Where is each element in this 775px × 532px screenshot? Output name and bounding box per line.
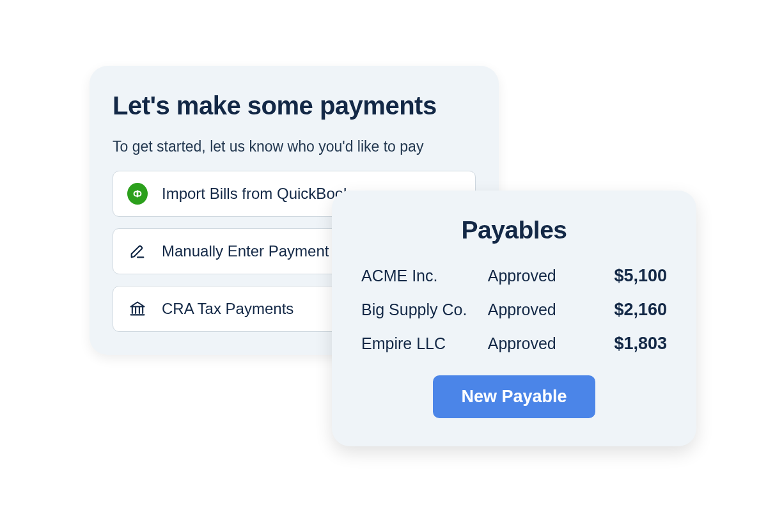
- option-label: Manually Enter Payment: [162, 242, 329, 260]
- pencil-icon: [127, 241, 148, 262]
- new-payable-button[interactable]: New Payable: [433, 375, 595, 418]
- payables-card: Payables ACME Inc. Approved $5,100 Big S…: [332, 191, 696, 446]
- svg-marker-1: [131, 302, 145, 307]
- bank-icon: [127, 299, 148, 319]
- payable-amount: $2,160: [614, 300, 667, 320]
- table-row: ACME Inc. Approved $5,100: [361, 266, 667, 286]
- table-row: Empire LLC Approved $1,803: [361, 334, 667, 354]
- page-title: Let's make some payments: [113, 91, 476, 120]
- payable-status: Approved: [488, 334, 602, 353]
- payable-company: ACME Inc.: [361, 267, 475, 285]
- option-label: CRA Tax Payments: [162, 300, 294, 318]
- payable-amount: $5,100: [614, 266, 667, 286]
- table-row: Big Supply Co. Approved $2,160: [361, 300, 667, 320]
- payable-amount: $1,803: [614, 334, 667, 354]
- option-label: Import Bills from QuickBooks: [162, 185, 359, 203]
- payable-company: Big Supply Co.: [361, 301, 475, 319]
- quickbooks-icon: [127, 184, 148, 204]
- payable-company: Empire LLC: [361, 334, 475, 353]
- payable-status: Approved: [488, 301, 602, 319]
- payables-title: Payables: [361, 216, 667, 244]
- payable-status: Approved: [488, 267, 602, 285]
- page-subtitle: To get started, let us know who you'd li…: [113, 138, 476, 155]
